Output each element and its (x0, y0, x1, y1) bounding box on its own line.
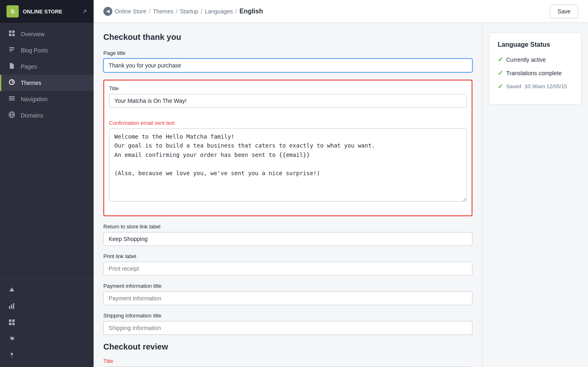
breadcrumb: ◀ Online Store / Themes / Startup / Lang… (103, 7, 546, 16)
status-saved-time: 10:36am 12/05/15 (525, 83, 567, 89)
overview-icon (8, 30, 16, 38)
breadcrumb-themes[interactable]: Themes (153, 8, 174, 15)
shipping-info-label: Shipping information title (103, 313, 472, 319)
sidebar-item-pages-label: Pages (21, 63, 37, 70)
svg-rect-11 (12, 319, 15, 322)
sidebar-item-help[interactable] (0, 347, 94, 364)
navigation-icon (8, 95, 16, 103)
confirmation-email-label: Confirmation email sent text (109, 120, 467, 126)
payment-info-input[interactable] (103, 291, 472, 305)
status-item-saved: ✓ Saved 10:36am 12/05/15 (498, 83, 573, 90)
themes-icon (8, 79, 16, 87)
title-label: Title (109, 85, 467, 91)
print-link-group: Print link label (103, 253, 472, 276)
sidebar-item-blog-label: Blog Posts (21, 47, 48, 54)
checkout-thankyou-title: Checkout thank you (103, 33, 472, 42)
sidebar-item-themes[interactable]: Themes (0, 75, 94, 91)
checkout-review-title-group: Title (103, 358, 472, 367)
right-panel: Language Status ✓ Currently active ✓ Tra… (482, 23, 588, 367)
svg-rect-9 (13, 303, 14, 309)
status-translations-label: Translations complete (506, 70, 562, 76)
svg-rect-2 (9, 34, 11, 36)
title-group: Title (109, 85, 467, 113)
sidebar-item-navigation[interactable]: Navigation (0, 91, 94, 107)
confirmation-email-group: Confirmation email sent text Welcome to … (109, 120, 467, 203)
sidebar-item-settings[interactable] (0, 331, 94, 347)
svg-point-14 (11, 357, 12, 358)
main-wrapper: ◀ Online Store / Themes / Startup / Lang… (94, 0, 588, 367)
print-link-input[interactable] (103, 262, 472, 276)
sidebar-item-domains[interactable]: Domains (0, 107, 94, 124)
print-link-label: Print link label (103, 253, 472, 259)
check-icon-translations: ✓ (498, 69, 503, 77)
sidebar-item-pages[interactable]: Pages (0, 59, 94, 75)
content-area: Checkout thank you Page title Title Con (94, 23, 588, 367)
status-active-label: Currently active (506, 56, 546, 63)
external-link-icon[interactable]: ↗ (82, 8, 87, 15)
return-to-store-group: Return to store link label (103, 224, 472, 246)
shopify-logo: S (7, 5, 19, 17)
return-to-store-input[interactable] (103, 232, 472, 246)
sidebar-bottom (0, 279, 94, 367)
status-item-active: ✓ Currently active (498, 56, 573, 63)
checkout-thankyou-section: Checkout thank you Page title Title Con (103, 33, 472, 335)
sidebar-header: S ONLINE STORE ↗ (0, 0, 94, 23)
status-item-translations: ✓ Translations complete (498, 69, 573, 77)
status-saved-label: Saved (506, 83, 521, 89)
sidebar-item-navigation-label: Navigation (21, 96, 48, 102)
checkout-review-title: Checkout review (103, 342, 472, 352)
sidebar-item-themes-label: Themes (21, 80, 42, 86)
svg-rect-1 (12, 30, 15, 33)
checkout-review-section: Checkout review Title (103, 342, 472, 367)
store-name: ONLINE STORE (23, 9, 78, 15)
domains-icon (8, 111, 16, 119)
shipping-info-group: Shipping information title (103, 313, 472, 335)
shipping-info-input[interactable] (103, 321, 472, 335)
marketing-icon (8, 287, 16, 295)
sidebar: S ONLINE STORE ↗ Overview Blog Posts Pag… (0, 0, 94, 367)
topbar: ◀ Online Store / Themes / Startup / Lang… (94, 0, 588, 23)
breadcrumb-startup[interactable]: Startup (180, 8, 198, 15)
svg-rect-13 (12, 323, 15, 325)
svg-rect-0 (9, 30, 11, 33)
breadcrumb-online-store[interactable]: Online Store (115, 8, 146, 15)
confirmation-email-textarea[interactable]: Welcome to the Hello Matcha family! Our … (109, 128, 467, 202)
apps-icon (8, 319, 16, 327)
page-title-label: Page title (103, 50, 472, 56)
svg-rect-12 (9, 323, 11, 325)
sidebar-item-marketing[interactable] (0, 282, 94, 299)
sidebar-item-overview-label: Overview (21, 31, 44, 37)
save-button[interactable]: Save (550, 4, 578, 18)
return-to-store-label: Return to store link label (103, 224, 472, 230)
check-icon-saved: ✓ (498, 83, 503, 90)
main-content: Checkout thank you Page title Title Con (94, 23, 482, 367)
language-status-card: Language Status ✓ Currently active ✓ Tra… (489, 33, 581, 104)
svg-rect-3 (12, 34, 15, 36)
breadcrumb-icon: ◀ (103, 7, 112, 16)
sidebar-item-blog-posts[interactable]: Blog Posts (0, 42, 94, 59)
blog-posts-icon (8, 46, 16, 54)
sidebar-item-overview[interactable]: Overview (0, 26, 94, 42)
svg-rect-10 (9, 319, 11, 322)
breadcrumb-current: English (239, 8, 263, 15)
payment-info-label: Payment information title (103, 283, 472, 289)
language-status-title: Language Status (498, 41, 573, 48)
help-icon (8, 352, 16, 360)
page-title-input[interactable] (103, 59, 472, 72)
analytics-icon (8, 303, 16, 311)
page-title-group: Page title (103, 50, 472, 72)
sidebar-item-analytics[interactable] (0, 299, 94, 315)
pages-icon (8, 63, 16, 71)
title-input[interactable] (109, 94, 467, 108)
checkout-review-title-label: Title (103, 358, 472, 364)
settings-icon (8, 335, 16, 343)
svg-rect-8 (11, 304, 12, 309)
sidebar-item-apps[interactable] (0, 315, 94, 331)
sidebar-item-domains-label: Domains (21, 112, 43, 119)
check-icon-active: ✓ (498, 56, 503, 63)
highlighted-fields-box: Title Confirmation email sent text Welco… (103, 80, 472, 216)
payment-info-group: Payment information title (103, 283, 472, 305)
svg-rect-7 (9, 306, 10, 309)
sidebar-nav: Overview Blog Posts Pages Themes Navigat… (0, 23, 94, 279)
breadcrumb-languages[interactable]: Languages (205, 8, 233, 15)
